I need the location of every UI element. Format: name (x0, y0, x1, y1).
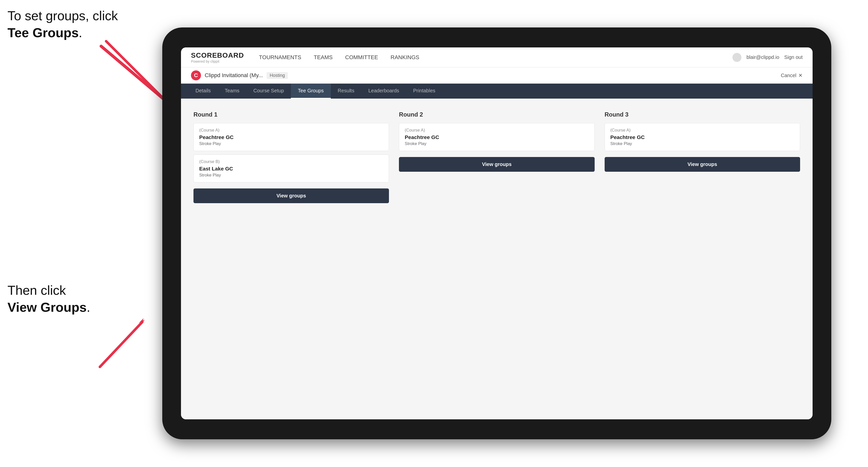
round-1-course-a-label: (Course A) (199, 128, 383, 133)
round-1-course-b: (Course B) East Lake GC Stroke Play (193, 155, 389, 183)
round-3-course-a-format: Stroke Play (610, 141, 794, 146)
nav-left: SCOREBOARD Powered by clippit TOURNAMENT… (191, 52, 419, 63)
round-2-course-a-label: (Course A) (405, 128, 589, 133)
logo-sub: Powered by clippit (191, 59, 244, 63)
svg-line-2 (106, 41, 167, 102)
round-1-course-b-format: Stroke Play (199, 173, 383, 178)
round-1-view-groups-button[interactable]: View groups (193, 188, 389, 203)
svg-marker-5 (138, 318, 145, 324)
logo-text: SCOREBOARD (191, 52, 244, 59)
round-2-course-a-format: Stroke Play (405, 141, 589, 146)
round-2-course-a-name: Peachtree GC (405, 134, 589, 140)
tournament-logo: C (191, 70, 201, 81)
tab-results[interactable]: Results (331, 84, 362, 99)
nav-tournaments[interactable]: TOURNAMENTS (259, 54, 301, 61)
round-1-course-a-format: Stroke Play (199, 141, 383, 146)
tournament-bar: C Clippd Invitational (My... Hosting Can… (181, 67, 813, 84)
round-2-column: Round 2 (Course A) Peachtree GC Stroke P… (399, 111, 594, 203)
tournament-name: Clippd Invitational (My... (205, 72, 263, 79)
round-1-course-b-name: East Lake GC (199, 166, 383, 172)
instruction-bottom: Then click View Groups. (7, 282, 90, 316)
main-content: Round 1 (Course A) Peachtree GC Stroke P… (181, 99, 813, 419)
tab-teams[interactable]: Teams (218, 84, 246, 99)
nav-committee[interactable]: COMMITTEE (345, 54, 378, 61)
instruction-top: To set groups, click Tee Groups. (7, 7, 118, 41)
nav-rankings[interactable]: RANKINGS (391, 54, 420, 61)
cancel-button[interactable]: Cancel ✕ (781, 72, 803, 79)
tab-tee-groups[interactable]: Tee Groups (291, 84, 331, 99)
round-3-course-a-label: (Course A) (610, 128, 794, 133)
nav-links: TOURNAMENTS TEAMS COMMITTEE RANKINGS (259, 54, 419, 61)
rounds-container: Round 1 (Course A) Peachtree GC Stroke P… (193, 111, 800, 203)
round-3-title: Round 3 (604, 111, 800, 118)
tab-leaderboards[interactable]: Leaderboards (361, 84, 406, 99)
round-3-course-a: (Course A) Peachtree GC Stroke Play (604, 123, 800, 151)
round-1-title: Round 1 (193, 111, 389, 118)
round-2-title: Round 2 (399, 111, 594, 118)
svg-line-0 (101, 46, 166, 101)
round-1-course-a-name: Peachtree GC (199, 134, 383, 140)
round-2-course-a: (Course A) Peachtree GC Stroke Play (399, 123, 594, 151)
tournament-left: C Clippd Invitational (My... Hosting (191, 70, 288, 81)
logo: SCOREBOARD Powered by clippit (191, 52, 244, 63)
nav-right: blair@clippd.io Sign out (733, 53, 803, 62)
tab-printables[interactable]: Printables (406, 84, 442, 99)
round-2-view-groups-button[interactable]: View groups (399, 157, 594, 172)
round-1-course-a: (Course A) Peachtree GC Stroke Play (193, 123, 389, 151)
tournament-badge: Hosting (267, 72, 288, 79)
sign-out-link[interactable]: Sign out (784, 54, 803, 60)
user-avatar (733, 53, 741, 62)
tab-details[interactable]: Details (188, 84, 218, 99)
tab-course-setup[interactable]: Course Setup (246, 84, 291, 99)
round-3-course-a-name: Peachtree GC (610, 134, 794, 140)
arrow-bottom (85, 307, 150, 369)
cancel-x-icon: ✕ (798, 72, 803, 79)
round-1-course-b-label: (Course B) (199, 159, 383, 164)
round-1-column: Round 1 (Course A) Peachtree GC Stroke P… (193, 111, 389, 203)
user-email: blair@clippd.io (746, 54, 779, 60)
round-3-column: Round 3 (Course A) Peachtree GC Stroke P… (604, 111, 800, 203)
svg-line-4 (100, 322, 142, 367)
tab-bar: Details Teams Course Setup Tee Groups Re… (181, 84, 813, 99)
tablet-device: SCOREBOARD Powered by clippit TOURNAMENT… (162, 27, 831, 439)
top-navbar: SCOREBOARD Powered by clippit TOURNAMENT… (181, 48, 813, 67)
round-3-view-groups-button[interactable]: View groups (604, 157, 800, 172)
nav-teams[interactable]: TEAMS (314, 54, 333, 61)
arrow-top (94, 39, 174, 108)
tablet-screen: SCOREBOARD Powered by clippit TOURNAMENT… (181, 48, 813, 419)
